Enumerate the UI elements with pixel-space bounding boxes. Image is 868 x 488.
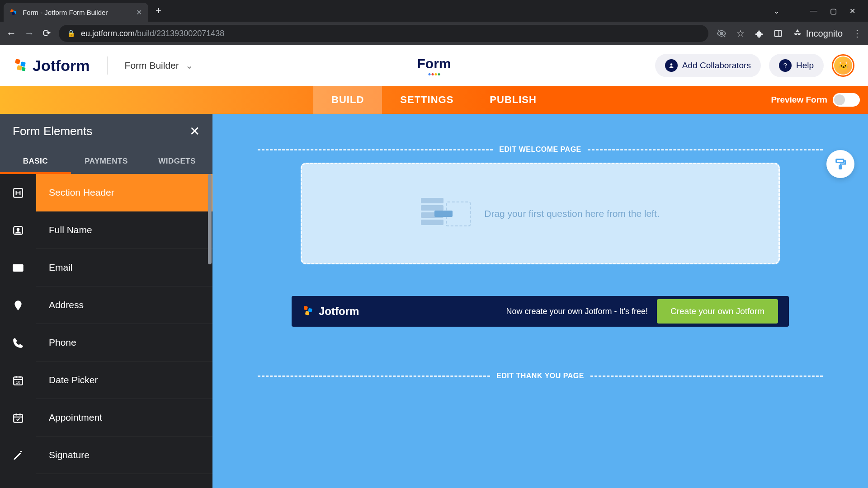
help-button[interactable]: ? Help xyxy=(769,54,824,77)
drag-illustration-icon xyxy=(421,198,471,230)
browser-tab[interactable]: Form - Jotform Form Builder ✕ xyxy=(4,3,148,22)
envelope-icon xyxy=(0,249,36,286)
sidebar-tab-widgets[interactable]: WIDGETS xyxy=(142,149,212,174)
tab-publish[interactable]: PUBLISH xyxy=(472,86,555,114)
url-text: eu.jotform.com/build/231393002071438 xyxy=(81,29,224,38)
new-tab-button[interactable]: + xyxy=(156,5,161,17)
paint-roller-icon xyxy=(834,158,847,170)
toggle-knob xyxy=(834,94,845,105)
app-header: Jotform Form Builder ⌄ Form Add Collabor… xyxy=(0,45,868,86)
loading-dots-icon xyxy=(417,73,451,75)
back-button[interactable]: ← xyxy=(6,28,16,39)
minimize-button[interactable]: — xyxy=(810,7,817,15)
form-drop-zone[interactable]: Drag your first question here from the l… xyxy=(301,163,780,264)
forward-button[interactable]: → xyxy=(24,28,34,39)
element-date-picker[interactable]: 10 Date Picker xyxy=(0,361,212,399)
sidebar-tab-basic[interactable]: BASIC xyxy=(0,149,71,174)
promo-logo: Jotform xyxy=(302,305,359,318)
tab-title: Form - Jotform Form Builder xyxy=(23,9,132,16)
tab-settings[interactable]: SETTINGS xyxy=(382,86,472,114)
scrollbar[interactable] xyxy=(208,174,212,264)
incognito-badge[interactable]: Incognito xyxy=(793,28,843,39)
svg-rect-29 xyxy=(836,160,844,163)
menu-icon[interactable]: ⋮ xyxy=(853,28,862,39)
form-title[interactable]: Form xyxy=(417,56,451,71)
svg-rect-22 xyxy=(14,414,23,422)
eye-off-icon[interactable] xyxy=(717,28,726,38)
svg-text:10: 10 xyxy=(16,380,20,384)
sidebar-header: Form Elements ✕ xyxy=(0,114,212,149)
svg-rect-7 xyxy=(15,59,20,64)
header-right: Add Collaborators ? Help 🐱 xyxy=(655,54,854,77)
preview-form-label: Preview Form xyxy=(771,95,827,105)
user-avatar[interactable]: 🐱 xyxy=(832,54,854,77)
jotform-logo-icon xyxy=(14,58,28,73)
header-divider xyxy=(107,56,108,75)
svg-rect-0 xyxy=(10,9,14,12)
form-canvas: EDIT WELCOME PAGE Drag your first questi… xyxy=(212,114,868,488)
tabs-dropdown-icon[interactable]: ⌄ xyxy=(774,7,779,15)
form-elements-sidebar: Form Elements ✕ BASIC PAYMENTS WIDGETS S… xyxy=(0,114,212,488)
reload-button[interactable]: ⟳ xyxy=(42,28,51,39)
svg-rect-30 xyxy=(840,166,842,169)
element-phone[interactable]: Phone xyxy=(0,324,212,361)
welcome-page-divider[interactable]: EDIT WELCOME PAGE xyxy=(258,145,823,154)
tab-bar: Form - Jotform Form Builder ✕ + ⌄ — ▢ ✕ xyxy=(0,0,868,22)
calendar-check-icon xyxy=(0,399,36,436)
svg-rect-10 xyxy=(21,67,25,71)
header-center: Form xyxy=(417,56,451,75)
svg-rect-28 xyxy=(305,311,310,315)
element-signature[interactable]: Signature xyxy=(0,436,212,474)
pen-icon xyxy=(0,436,36,474)
create-jotform-button[interactable]: Create your own Jotform xyxy=(657,299,778,324)
person-card-icon xyxy=(0,211,36,249)
side-panel-icon[interactable] xyxy=(774,29,783,38)
heading-icon xyxy=(0,174,36,211)
element-email[interactable]: Email xyxy=(0,249,212,286)
maximize-button[interactable]: ▢ xyxy=(830,7,837,15)
svg-point-14 xyxy=(17,228,20,231)
drop-hint-text: Drag your first question here from the l… xyxy=(484,208,660,219)
person-icon xyxy=(665,59,678,72)
svg-rect-15 xyxy=(13,264,23,271)
sidebar-title: Form Elements xyxy=(13,124,92,138)
lock-icon: 🔒 xyxy=(67,29,75,38)
location-pin-icon xyxy=(0,286,36,324)
sidebar-tab-payments[interactable]: PAYMENTS xyxy=(71,149,142,174)
element-address[interactable]: Address xyxy=(0,286,212,324)
svg-point-11 xyxy=(670,63,672,66)
address-bar-icons: ☆ Incognito ⋮ xyxy=(717,28,862,39)
logo-area: Jotform Form Builder ⌄ xyxy=(14,56,193,75)
incognito-icon xyxy=(793,28,802,38)
tab-build[interactable]: BUILD xyxy=(313,86,382,114)
question-icon: ? xyxy=(779,59,792,72)
url-input[interactable]: 🔒 eu.jotform.com/build/231393002071438 xyxy=(59,25,708,42)
preview-form-toggle-area: Preview Form xyxy=(771,93,860,107)
avatar-icon: 🐱 xyxy=(834,56,852,75)
jotform-logo-icon xyxy=(302,305,314,317)
bookmark-star-icon[interactable]: ☆ xyxy=(736,28,745,39)
calendar-icon: 10 xyxy=(0,361,36,399)
form-designer-fab[interactable] xyxy=(826,150,854,178)
thankyou-page-divider[interactable]: EDIT THANK YOU PAGE xyxy=(258,372,823,380)
element-appointment[interactable]: Appointment xyxy=(0,399,212,436)
window-close-button[interactable]: ✕ xyxy=(849,7,855,15)
add-collaborators-button[interactable]: Add Collaborators xyxy=(655,54,761,77)
extensions-icon[interactable] xyxy=(755,29,764,38)
window-controls: ⌄ — ▢ ✕ xyxy=(774,7,864,15)
workspace: Form Elements ✕ BASIC PAYMENTS WIDGETS S… xyxy=(0,114,868,488)
element-full-name[interactable]: Full Name xyxy=(0,211,212,249)
svg-rect-26 xyxy=(303,306,308,310)
browser-chrome: Form - Jotform Form Builder ✕ + ⌄ — ▢ ✕ … xyxy=(0,0,868,45)
elements-list[interactable]: Section Header Full Name Email Address xyxy=(0,174,212,488)
preview-form-toggle[interactable] xyxy=(833,93,860,107)
address-bar: ← → ⟳ 🔒 eu.jotform.com/build/23139300207… xyxy=(0,22,868,45)
sidebar-tabs: BASIC PAYMENTS WIDGETS xyxy=(0,149,212,174)
promo-banner: Jotform Now create your own Jotform - It… xyxy=(292,296,789,327)
svg-rect-5 xyxy=(774,30,781,36)
close-tab-icon[interactable]: ✕ xyxy=(136,8,142,17)
form-builder-dropdown[interactable]: Form Builder ⌄ xyxy=(125,60,193,71)
element-section-header[interactable]: Section Header xyxy=(0,174,212,211)
close-sidebar-button[interactable]: ✕ xyxy=(189,124,200,139)
jotform-logo[interactable]: Jotform xyxy=(14,57,90,75)
